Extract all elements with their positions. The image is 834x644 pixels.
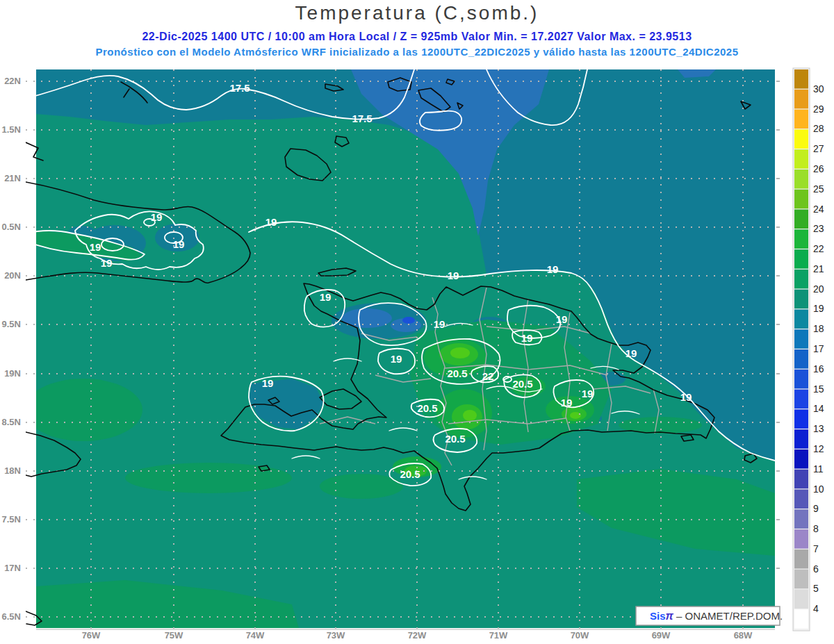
lat-tick-label: 21N — [4, 173, 21, 183]
colorbar-tick-label: 29 — [813, 104, 824, 115]
watermark-box: Sisπ – ONAMET/REP.DOM. — [636, 606, 783, 625]
colorbar-tick-label: 30 — [813, 83, 824, 94]
lat-tick-label: 17N — [4, 563, 21, 573]
lat-tick-label: 7.5N — [2, 514, 21, 525]
lon-tick-label: 76W — [82, 630, 101, 641]
colorbar-tick-label: 7 — [813, 543, 819, 554]
contour-value-label: 20.5 — [400, 468, 420, 480]
watermark-brand: Sis — [650, 610, 666, 622]
contour-value-label: 22 — [482, 370, 494, 382]
contour-value-label: 19 — [448, 270, 459, 281]
colorbar-tick-label: 9 — [813, 503, 819, 514]
contour-value-label: 19 — [626, 347, 637, 359]
valid-time-line: 22-Dic-2025 1400 UTC / 10:00 am Hora Loc… — [142, 31, 692, 42]
colorbar: 4567891011121314151617181920212223242526… — [793, 68, 824, 631]
colorbar-tick-label: 14 — [813, 403, 824, 414]
lon-tick-label: 74W — [246, 630, 265, 641]
colorbar-tick-label: 6 — [813, 563, 819, 575]
contour-value-label: 19 — [521, 332, 533, 344]
lat-tick-label: 0.5N — [2, 222, 21, 232]
watermark-pi-icon: π — [666, 610, 674, 622]
colorbar-tick-label: 16 — [813, 363, 824, 374]
temperature-map-canvas: Temperatura (C,somb.) 22-Dic-2025 1400 U… — [0, 0, 834, 644]
colorbar-tick-label: 18 — [813, 323, 824, 334]
contour-value-label: 19 — [262, 377, 274, 389]
colorbar-tick-label: 11 — [813, 463, 824, 474]
colorbar-segment — [794, 550, 808, 569]
colorbar-tick-label: 28 — [813, 123, 824, 134]
contour-value-label: 20.5 — [417, 402, 437, 414]
colorbar-tick-label: 4 — [813, 603, 819, 614]
colorbar-tick-label: 13 — [813, 423, 824, 434]
lon-tick-label: 72W — [408, 630, 427, 641]
longitude-axis: 76W75W74W73W72W71W70W69W68W — [82, 630, 753, 641]
contour-value-label: 17.5 — [229, 82, 250, 94]
lat-tick-label: 18N — [4, 465, 21, 476]
colorbar-segment — [794, 589, 808, 609]
lat-tick-label: 19N — [4, 368, 21, 379]
colorbar-segment — [794, 609, 808, 629]
contour-value-label: 19 — [582, 388, 594, 399]
contour-value-label: 19 — [320, 291, 332, 303]
colorbar-tick-label: 19 — [813, 303, 824, 314]
colorbar-segment — [794, 570, 808, 589]
colorbar-segment — [794, 329, 808, 349]
colorbar-segment — [794, 429, 808, 449]
contour-value-label: 19 — [561, 397, 573, 408]
colorbar-segment — [794, 490, 808, 509]
lat-tick-label: 8.5N — [2, 417, 21, 427]
colorbar-segment — [794, 390, 808, 409]
colorbar-tick-label: 20 — [813, 283, 824, 295]
colorbar-tick-label: 22 — [813, 243, 824, 254]
colorbar-segment — [794, 349, 808, 369]
lat-tick-label: 9.5N — [2, 319, 21, 329]
contour-value-label: 20.5 — [447, 368, 467, 379]
colorbar-tick-label: 5 — [813, 583, 819, 594]
colorbar-tick-label: 24 — [813, 204, 824, 215]
colorbar-segment — [794, 110, 808, 129]
colorbar-segment — [794, 69, 808, 89]
lon-tick-label: 70W — [571, 630, 589, 641]
colorbar-segment — [794, 90, 808, 109]
colorbar-segment — [794, 470, 808, 489]
contour-value-label: 20.5 — [445, 433, 465, 445]
weather-map-page: Temperatura (C,somb.) 22-Dic-2025 1400 U… — [0, 0, 834, 644]
colorbar-segment — [794, 529, 808, 549]
lon-tick-label: 69W — [652, 630, 671, 641]
lat-tick-label: 6.5N — [2, 611, 21, 622]
colorbar-tick-label: 21 — [813, 263, 824, 274]
colorbar-tick-label: 25 — [813, 183, 824, 195]
contour-value-label: 19 — [265, 216, 277, 228]
colorbar-segment — [794, 449, 808, 469]
contour-value-label: 20.5 — [512, 378, 532, 390]
colorbar-tick-label: 26 — [813, 163, 824, 174]
lat-tick-label: 1.5N — [2, 124, 21, 135]
lon-tick-label: 68W — [734, 630, 753, 641]
colorbar-segment — [794, 249, 808, 269]
contour-value-label: 19 — [151, 211, 163, 223]
contour-value-label: 19 — [434, 318, 445, 330]
colorbar-segment — [794, 370, 808, 389]
model-info-line: Pronóstico con el Modelo Atmósferico WRF… — [95, 46, 738, 58]
lon-tick-label: 71W — [489, 630, 508, 641]
colorbar-segment — [794, 210, 808, 229]
colorbar-segment — [794, 409, 808, 429]
contour-value-label: 19 — [547, 263, 559, 275]
page-title: Temperatura (C,somb.) — [295, 2, 539, 24]
colorbar-tick-label: 8 — [813, 523, 819, 534]
latitude-axis: 22N1.5N21N0.5N20N9.5N19N8.5N18N7.5N17N6.… — [2, 76, 21, 622]
colorbar-segment — [794, 129, 808, 149]
contour-value-label: 19 — [556, 313, 568, 325]
colorbar-segment — [794, 290, 808, 309]
colorbar-tick-label: 27 — [813, 143, 824, 154]
contour-value-label: 19 — [173, 238, 185, 250]
svg-text:Sisπ – ONAMET/REP.DOM.: Sisπ – ONAMET/REP.DOM. — [650, 610, 783, 622]
colorbar-segment — [794, 149, 808, 169]
colorbar-tick-label: 12 — [813, 443, 824, 454]
lat-tick-label: 20N — [4, 270, 21, 281]
lon-tick-label: 75W — [165, 630, 183, 641]
contour-value-label: 19 — [101, 257, 113, 269]
lon-tick-label: 73W — [327, 630, 345, 641]
contour-value-label: 19 — [680, 391, 692, 403]
lat-tick-label: 22N — [4, 76, 21, 86]
